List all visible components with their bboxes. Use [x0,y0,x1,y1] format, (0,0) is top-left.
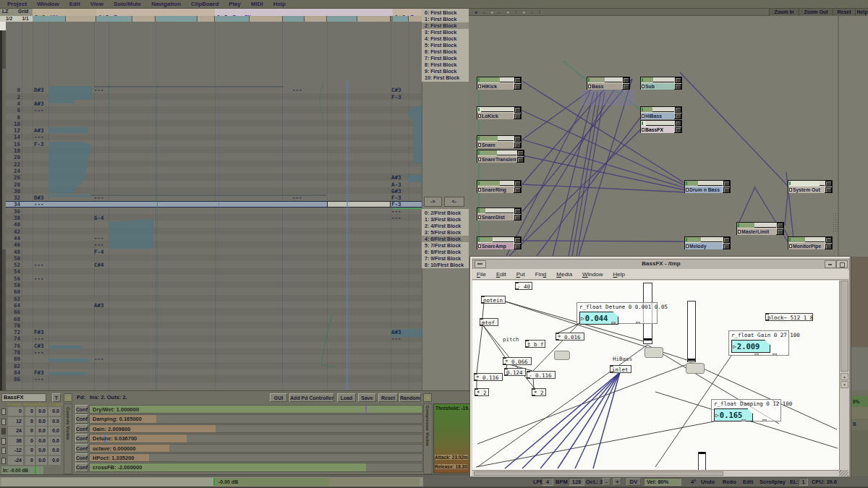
track-subcell[interactable] [132,16,156,22]
note-cell[interactable]: A#3 [391,174,412,181]
dot-icon[interactable]: ● [504,9,511,16]
table-cell[interactable]: 36 [8,437,23,445]
track-subcell[interactable] [96,16,132,22]
pd-titlebar[interactable]: BassFX - /tmp [472,259,850,270]
block-list-item[interactable]: 1: First Block [422,16,469,22]
track-subcell[interactable] [305,16,327,22]
pd-scroll-down-button[interactable]: ▼ [841,381,848,388]
table-cell[interactable]: 0.0 [36,437,47,445]
status-velocity[interactable]: Vel: 80% [644,478,681,486]
track-header-bassfx[interactable]: 6->8:BassFX [215,9,393,16]
conf-button[interactable]: Conf [75,453,88,462]
note-cell[interactable]: D#3 [34,194,54,201]
conf-button[interactable]: Conf [75,405,88,414]
conf-button[interactable]: Conf [75,424,88,433]
pd-object[interactable]: * 0.016 [556,333,584,341]
note-cell[interactable]: F-4 [94,249,114,255]
module-drum-n-bass[interactable]: Drum n Bass [684,180,731,193]
track-subcell[interactable] [250,16,283,22]
table-cell[interactable]: 12 [8,417,23,426]
table-cell[interactable]: 0 [25,417,35,426]
note-cell[interactable]: --- [292,194,312,201]
note-cell[interactable]: A#3 [34,127,54,134]
pd-number-box[interactable]: ▷2.009 [731,340,770,353]
module-checkbox[interactable] [478,85,481,88]
modular-zoom-in-button[interactable]: Zoom In [769,9,799,16]
pd-gui-chip[interactable] [644,347,663,358]
note-cell[interactable]: F-3 [391,194,412,201]
block-list-item[interactable]: 10: First Block [422,74,469,81]
nav-right-icon[interactable]: → [480,9,488,16]
module-snarering[interactable]: SnareRing [477,180,522,193]
table-cell[interactable]: 0.0 [36,407,47,416]
pd-object[interactable]: inlet [610,365,631,373]
module-connector-bottom[interactable] [675,84,681,90]
module-checkbox[interactable] [478,158,481,161]
module-connector-top[interactable] [514,107,521,113]
playlist-item[interactable]: 7: 9/First Block [422,255,469,262]
pd-object[interactable]: - 0.116 [527,371,556,379]
block-list-item[interactable]: 0: First Block [422,9,469,16]
note-cell[interactable]: --- [94,194,114,201]
note-cell[interactable]: --- [94,87,114,93]
menu-navigation[interactable]: Navigation [151,1,181,7]
table-cell[interactable]: 0 [25,437,35,445]
row-checkbox[interactable] [1,458,6,464]
note-cell[interactable]: A#3 [391,329,412,335]
pd-controller-panel[interactable]: r_float Gain 0 27 100▷2.009 [728,330,789,356]
param-slider-detune[interactable]: Detune: 0.036700 [89,434,423,442]
param-slider-crossfb[interactable]: crossFB: -2.000000 [89,463,423,471]
note-cell[interactable]: D#3 [34,87,54,93]
block-list-item[interactable]: 9: First Block [422,68,469,74]
module-connector-top[interactable] [825,181,832,187]
pd-load-button[interactable]: Load [337,393,356,402]
module-checkbox[interactable] [478,114,481,118]
pd-controller-panel[interactable]: r_float Damping 0 12 100▷0.165 [711,399,781,421]
module-connector-bottom[interactable] [514,84,521,90]
pd-random-button[interactable]: Random [399,393,421,402]
pd-hscroll-thumb[interactable] [474,471,723,476]
pd-vslider-handle[interactable] [644,338,652,341]
table-cell[interactable]: 0.0 [36,446,47,455]
pd-canvas[interactable]: - 40noteinmtofpitcht b f* 0.016* 0.0660.… [472,281,839,470]
module-snaredist[interactable]: SnareDist [477,207,522,221]
note-cell[interactable]: C#3 [34,343,54,349]
status-dv-button[interactable]: DV [626,478,641,486]
info-icon[interactable]: i [536,9,543,16]
track-subcell[interactable] [66,16,96,22]
menu-solomute[interactable]: Solo/Mute [114,1,141,7]
conf-button[interactable]: Conf [75,414,88,423]
controls-visible-strip[interactable]: Controls Visible [64,403,72,474]
param-slider-damping[interactable]: Damping: 0.165000 [89,414,423,423]
note-cell[interactable]: --- [34,376,54,382]
pd-menu-find[interactable]: Find [535,271,547,278]
module-checkbox[interactable] [642,85,644,88]
playlist-item[interactable]: 3: 5/First Block [422,229,469,236]
lz-value[interactable]: 1/2 [0,16,18,22]
module-connector-bottom[interactable] [825,244,832,249]
pd-gui-chip[interactable] [554,351,570,360]
note-cell[interactable]: --- [34,134,54,140]
module-connector-bottom[interactable] [517,157,524,163]
pd-menu-put[interactable]: Put [516,271,525,278]
table-cell[interactable]: 0 [25,427,35,435]
dot-icon[interactable]: ● [520,9,527,16]
conf-button[interactable]: Conf [75,444,88,453]
conf-button[interactable]: Conf [75,434,88,442]
instrument-name-field[interactable]: BassFX [1,393,46,402]
compressor-visible-strip[interactable]: Compressor Visible [423,403,433,474]
table-cell[interactable]: 0.0 [36,456,47,465]
note-cell[interactable]: F-3 [391,201,412,207]
pd-object[interactable]: * 0.066 [503,357,532,365]
module-connector-top[interactable] [517,150,524,156]
param-slider-gain[interactable]: Gain: 2.009800 [89,424,423,433]
dot-icon[interactable]: ● [488,9,495,16]
conf-button[interactable]: Conf [75,463,88,471]
table-cell[interactable]: 0 [8,407,23,416]
table-cell[interactable]: 0.0 [48,446,61,455]
menu-view[interactable]: View [90,1,103,7]
module-connector-top[interactable] [723,237,730,243]
param-slider-octave[interactable]: octave: 0.000000 [89,444,423,453]
pd-vslider[interactable] [698,452,706,470]
block-list-item[interactable]: 7: First Block [422,55,469,61]
